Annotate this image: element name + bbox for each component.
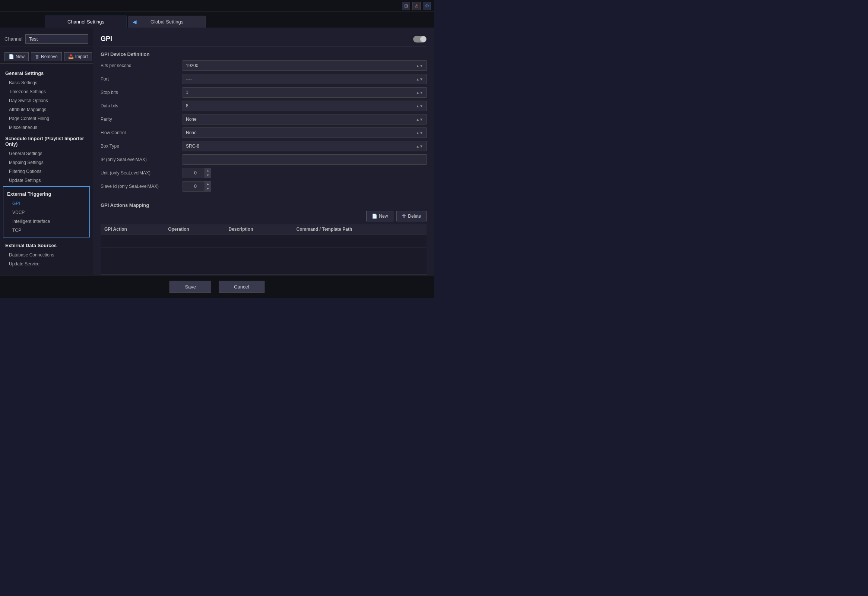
content-area: GPI GPI Device Definition Bits per secon… — [93, 28, 434, 275]
select-box-type[interactable]: SRC-8 ▲▼ — [183, 141, 427, 151]
chevron-down-icon-data: ▲▼ — [416, 104, 423, 108]
delete-mapping-button[interactable]: 🗑 Delete — [396, 211, 427, 222]
toggle-knob — [420, 36, 426, 42]
monitor-warning-icon[interactable]: ⚠ — [412, 2, 421, 10]
channel-dropdown[interactable]: Test — [25, 34, 88, 44]
new-mapping-icon: 📄 — [372, 214, 377, 219]
select-parity[interactable]: None ▲▼ — [183, 114, 427, 124]
schedule-import-header: Schedule Import (Playlist Importer Only) — [0, 132, 93, 149]
new-button[interactable]: 📄 New — [4, 52, 29, 61]
table-row — [100, 261, 427, 275]
mapping-section: GPI Actions Mapping 📄 New 🗑 Delete GPI A… — [100, 198, 427, 275]
form-row-unit: Unit (only SeaLevelMAX) ▲ ▼ — [100, 167, 427, 179]
grid-icon[interactable]: ⊞ — [402, 2, 410, 10]
select-stop-bits[interactable]: 1 ▲▼ — [183, 87, 427, 98]
slave-id-increment[interactable]: ▲ — [205, 182, 211, 186]
label-unit: Unit (only SeaLevelMAX) — [100, 170, 183, 176]
form-row-box-type: Box Type SRC-8 ▲▼ — [100, 140, 427, 152]
sidebar-item-basic-settings[interactable]: Basic Settings — [0, 78, 93, 87]
label-port: Port — [100, 76, 183, 81]
mapping-table: GPI Action Operation Description Command… — [100, 224, 427, 275]
sidebar-toolbar: 📄 New 🗑 Remove 📥 Import 📤 Export — [0, 50, 93, 64]
form-row-ip: IP (only SeaLevelMAX) — [100, 154, 427, 165]
col-operation: Operation — [164, 224, 224, 234]
chevron-down-icon-stop: ▲▼ — [416, 90, 423, 95]
sidebar-item-database-connections[interactable]: Database Connections — [0, 250, 93, 259]
channel-label: Channel — [4, 36, 22, 42]
table-row — [100, 248, 427, 261]
sidebar-item-update-settings[interactable]: Update Settings — [0, 176, 93, 185]
spinner-unit: ▲ ▼ — [183, 168, 211, 178]
tabs-area: Channel Settings ◄ Global Settings — [0, 12, 434, 28]
top-bar-icons: ⊞ ⚠ ⚙ — [402, 2, 431, 10]
select-data-bits[interactable]: 8 ▲▼ — [183, 101, 427, 111]
form-row-stop-bits: Stop bits 1 ▲▼ — [100, 87, 427, 98]
import-button[interactable]: 📥 Import — [64, 52, 92, 61]
label-stop-bits: Stop bits — [100, 90, 183, 95]
sidebar-item-miscellaneous[interactable]: Miscellaneous — [0, 123, 93, 132]
sidebar-item-intelligent-interface[interactable]: Intelligent Interface — [3, 217, 89, 226]
gpi-title: GPI — [100, 35, 112, 43]
slave-id-spinner-btns: ▲ ▼ — [205, 181, 211, 192]
sidebar-item-gpi[interactable]: GPI — [3, 199, 89, 208]
remove-button[interactable]: 🗑 Remove — [31, 52, 62, 61]
label-parity: Parity — [100, 117, 183, 122]
sidebar-item-timezone-settings[interactable]: Timezone Settings — [0, 87, 93, 96]
device-definition-header: GPI Device Definition — [100, 47, 427, 60]
form-row-bits-per-second: Bits per second 19200 ▲▼ — [100, 60, 427, 71]
sidebar-item-vdcp[interactable]: VDCP — [3, 208, 89, 217]
import-icon: 📥 — [68, 54, 74, 59]
chevron-down-icon: ▲▼ — [416, 64, 423, 68]
gear-icon[interactable]: ⚙ — [423, 2, 431, 10]
delete-mapping-icon: 🗑 — [402, 214, 406, 219]
sidebar-item-filtering-options[interactable]: Filtering Options — [0, 167, 93, 176]
slave-id-decrement[interactable]: ▼ — [205, 186, 211, 191]
section-title: GPI — [100, 31, 427, 47]
sidebar-item-attribute-mappings[interactable]: Attribute Mappings — [0, 105, 93, 114]
sidebar-item-day-switch-options[interactable]: Day Switch Options — [0, 96, 93, 105]
spinner-slave-id: ▲ ▼ — [183, 181, 211, 192]
select-bits-per-second[interactable]: 19200 ▲▼ — [183, 61, 427, 71]
cancel-button[interactable]: Cancel — [218, 281, 264, 293]
table-row — [100, 275, 427, 275]
actions-mapping-header: GPI Actions Mapping — [100, 198, 427, 211]
tab-global-settings[interactable]: Global Settings — [128, 16, 206, 28]
unit-increment[interactable]: ▲ — [205, 168, 211, 173]
slave-id-input[interactable] — [183, 181, 205, 192]
form-row-slave-id: Slave Id (only SeaLevelMAX) ▲ ▼ — [100, 181, 427, 192]
label-bits-per-second: Bits per second — [100, 63, 183, 68]
new-mapping-button[interactable]: 📄 New — [366, 211, 393, 222]
sidebar-item-page-content-filling[interactable]: Page Content Filling — [0, 114, 93, 123]
select-flow-control[interactable]: None ▲▼ — [183, 127, 427, 138]
gpi-toggle[interactable] — [413, 36, 427, 43]
unit-spinner-btns: ▲ ▼ — [205, 168, 211, 178]
col-command-template: Command / Template Path — [293, 224, 427, 234]
sidebar-item-general-settings[interactable]: General Settings — [0, 149, 93, 158]
bottom-bar: Save Cancel — [0, 275, 434, 298]
main-layout: Channel Test 📄 New 🗑 Remove 📥 Import — [0, 28, 434, 275]
channel-selector: Channel Test — [0, 31, 93, 47]
tab-arrow: ◄ — [131, 18, 138, 26]
form-row-parity: Parity None ▲▼ — [100, 114, 427, 125]
chevron-down-icon-box: ▲▼ — [416, 144, 423, 148]
top-bar: ⊞ ⚠ ⚙ — [0, 0, 434, 12]
sidebar-item-update-service[interactable]: Update Service — [0, 259, 93, 268]
input-ip[interactable] — [183, 154, 427, 165]
chevron-down-icon-flow: ▲▼ — [416, 131, 423, 135]
form-row-flow-control: Flow Control None ▲▼ — [100, 127, 427, 138]
sidebar-item-tcp[interactable]: TCP — [3, 226, 89, 235]
unit-input[interactable] — [183, 168, 205, 178]
table-row — [100, 234, 427, 248]
label-flow-control: Flow Control — [100, 130, 183, 135]
general-settings-header: General Settings — [0, 67, 93, 78]
tab-channel-settings[interactable]: Channel Settings ◄ — [45, 16, 127, 28]
label-ip: IP (only SeaLevelMAX) — [100, 157, 183, 162]
sidebar-item-mapping-settings[interactable]: Mapping Settings — [0, 158, 93, 167]
select-port[interactable]: ---- ▲▼ — [183, 74, 427, 84]
new-icon: 📄 — [9, 54, 14, 59]
unit-decrement[interactable]: ▼ — [205, 173, 211, 178]
save-button[interactable]: Save — [170, 281, 211, 293]
label-slave-id: Slave Id (only SeaLevelMAX) — [100, 184, 183, 189]
external-data-header: External Data Sources — [0, 239, 93, 250]
col-description: Description — [224, 224, 292, 234]
